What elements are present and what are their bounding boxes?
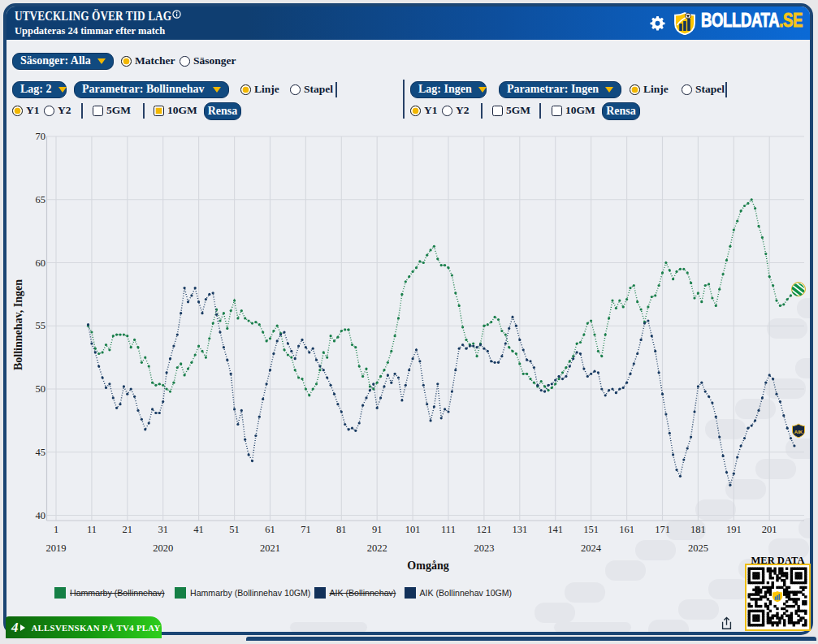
svg-text:2025: 2025 xyxy=(688,542,708,554)
svg-text:2021: 2021 xyxy=(260,542,280,554)
svg-text:45: 45 xyxy=(36,447,46,458)
svg-text:121: 121 xyxy=(477,524,492,535)
svg-text:Bollinnehav, Ingen: Bollinnehav, Ingen xyxy=(12,279,24,370)
svg-text:AIK: AIK xyxy=(794,430,803,434)
svg-text:2019: 2019 xyxy=(46,542,67,554)
svg-text:11: 11 xyxy=(87,524,97,535)
svg-text:191: 191 xyxy=(726,524,742,535)
svg-text:Omgång: Omgång xyxy=(407,560,448,572)
svg-text:31: 31 xyxy=(158,524,168,535)
svg-text:1: 1 xyxy=(54,524,58,535)
svg-text:181: 181 xyxy=(690,524,706,535)
svg-text:141: 141 xyxy=(547,524,563,535)
svg-text:81: 81 xyxy=(336,524,347,535)
svg-text:2022: 2022 xyxy=(367,542,387,554)
svg-text:101: 101 xyxy=(405,524,421,535)
svg-text:171: 171 xyxy=(655,524,670,535)
svg-text:111: 111 xyxy=(441,524,456,535)
svg-text:2020: 2020 xyxy=(153,542,173,554)
svg-text:2024: 2024 xyxy=(581,542,602,554)
svg-text:70: 70 xyxy=(36,131,46,142)
svg-text:21: 21 xyxy=(123,524,133,535)
svg-text:2023: 2023 xyxy=(474,542,494,554)
svg-text:151: 151 xyxy=(583,524,599,535)
svg-text:91: 91 xyxy=(372,524,383,535)
svg-text:60: 60 xyxy=(36,257,46,269)
svg-text:50: 50 xyxy=(36,383,46,395)
svg-text:161: 161 xyxy=(619,524,634,535)
svg-text:55: 55 xyxy=(36,320,46,331)
svg-text:61: 61 xyxy=(265,524,275,535)
svg-text:71: 71 xyxy=(301,524,311,535)
svg-text:65: 65 xyxy=(36,194,46,205)
svg-text:131: 131 xyxy=(512,524,527,535)
svg-text:41: 41 xyxy=(193,524,204,535)
svg-text:51: 51 xyxy=(229,524,240,535)
svg-text:201: 201 xyxy=(762,524,777,535)
svg-text:40: 40 xyxy=(36,510,46,521)
